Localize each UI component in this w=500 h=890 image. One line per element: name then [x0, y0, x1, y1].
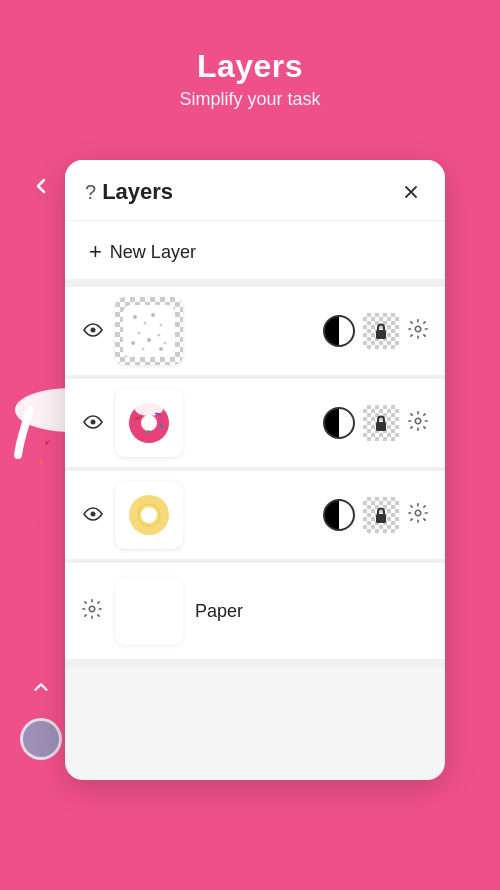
- layer-controls: [323, 497, 429, 533]
- layer-item: [65, 471, 445, 559]
- paper-settings-icon[interactable]: [81, 598, 103, 625]
- layer-thumbnail[interactable]: [115, 297, 183, 365]
- alpha-lock-icon[interactable]: [363, 405, 399, 441]
- color-swatch[interactable]: [20, 718, 62, 760]
- page-title: Layers: [20, 48, 480, 85]
- alpha-lock-icon[interactable]: [363, 313, 399, 349]
- svg-point-23: [415, 326, 421, 332]
- svg-point-35: [91, 511, 96, 516]
- panel-title-group: ? Layers: [85, 179, 173, 205]
- svg-point-34: [415, 418, 421, 424]
- page-subtitle: Simplify your task: [20, 89, 480, 110]
- svg-point-16: [147, 338, 151, 342]
- paper-thumbnail[interactable]: [115, 577, 183, 645]
- svg-point-17: [158, 334, 161, 337]
- settings-icon[interactable]: [407, 410, 429, 437]
- plus-icon: +: [89, 239, 102, 265]
- svg-point-18: [131, 341, 135, 345]
- svg-point-42: [89, 606, 95, 612]
- blend-mode-icon[interactable]: [323, 407, 355, 439]
- svg-point-20: [142, 348, 145, 351]
- svg-rect-10: [123, 305, 175, 357]
- svg-rect-40: [376, 514, 386, 523]
- settings-icon[interactable]: [407, 502, 429, 529]
- svg-point-21: [159, 347, 163, 351]
- bottom-controls: [20, 676, 62, 760]
- settings-icon[interactable]: [407, 318, 429, 345]
- close-button[interactable]: [397, 178, 425, 206]
- left-sidebar: [20, 160, 62, 780]
- layers-list: Paper: [65, 279, 445, 667]
- svg-point-12: [144, 322, 147, 325]
- new-layer-label: New Layer: [110, 242, 196, 263]
- svg-rect-22: [376, 330, 386, 339]
- layer-thumbnail[interactable]: [115, 389, 183, 457]
- panel-header: ? Layers: [65, 160, 445, 221]
- svg-rect-33: [376, 422, 386, 431]
- svg-point-9: [91, 327, 96, 332]
- new-layer-button[interactable]: + New Layer: [65, 221, 445, 279]
- svg-point-15: [138, 332, 141, 335]
- layer-item: [65, 287, 445, 375]
- layer-item: [65, 379, 445, 467]
- eye-icon[interactable]: [81, 413, 105, 434]
- layers-panel: ? Layers + New Layer: [65, 160, 445, 780]
- eye-icon[interactable]: [81, 505, 105, 526]
- eye-icon[interactable]: [81, 321, 105, 342]
- chevron-up-button[interactable]: [30, 676, 52, 704]
- layer-controls: [323, 313, 429, 349]
- layer-thumbnail[interactable]: [115, 481, 183, 549]
- layer-controls: [323, 405, 429, 441]
- svg-point-13: [151, 313, 155, 317]
- paper-layer-row: Paper: [65, 563, 445, 659]
- paper-label: Paper: [195, 601, 243, 622]
- panel-title: Layers: [102, 179, 173, 205]
- alpha-lock-icon[interactable]: [363, 497, 399, 533]
- svg-point-28: [141, 415, 157, 431]
- svg-point-11: [133, 315, 137, 319]
- svg-point-24: [91, 419, 96, 424]
- svg-point-38: [141, 507, 157, 523]
- svg-point-14: [160, 324, 163, 327]
- back-button[interactable]: [29, 174, 53, 204]
- help-icon[interactable]: ?: [85, 181, 96, 204]
- header: Layers Simplify your task: [0, 0, 500, 130]
- blend-mode-icon[interactable]: [323, 499, 355, 531]
- svg-point-19: [164, 342, 167, 345]
- svg-point-41: [415, 510, 421, 516]
- blend-mode-icon[interactable]: [323, 315, 355, 347]
